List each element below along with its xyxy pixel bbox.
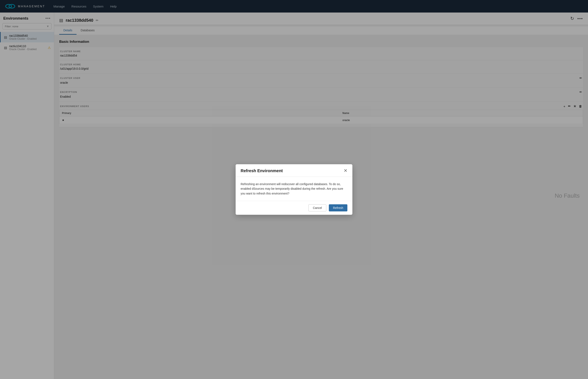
cancel-button[interactable]: Cancel: [309, 204, 326, 211]
modal-title: Refresh Environment: [241, 168, 283, 173]
modal-footer: Cancel Refresh: [235, 201, 353, 215]
refresh-button[interactable]: Refresh: [329, 204, 347, 211]
refresh-environment-modal: Refresh Environment ✕ Refreshing an envi…: [235, 164, 353, 215]
modal-close-button[interactable]: ✕: [344, 168, 347, 173]
modal-overlay: Refresh Environment ✕ Refreshing an envi…: [0, 0, 588, 379]
modal-body: Refreshing an environment will rediscove…: [235, 177, 353, 201]
modal-header: Refresh Environment ✕: [235, 164, 353, 177]
